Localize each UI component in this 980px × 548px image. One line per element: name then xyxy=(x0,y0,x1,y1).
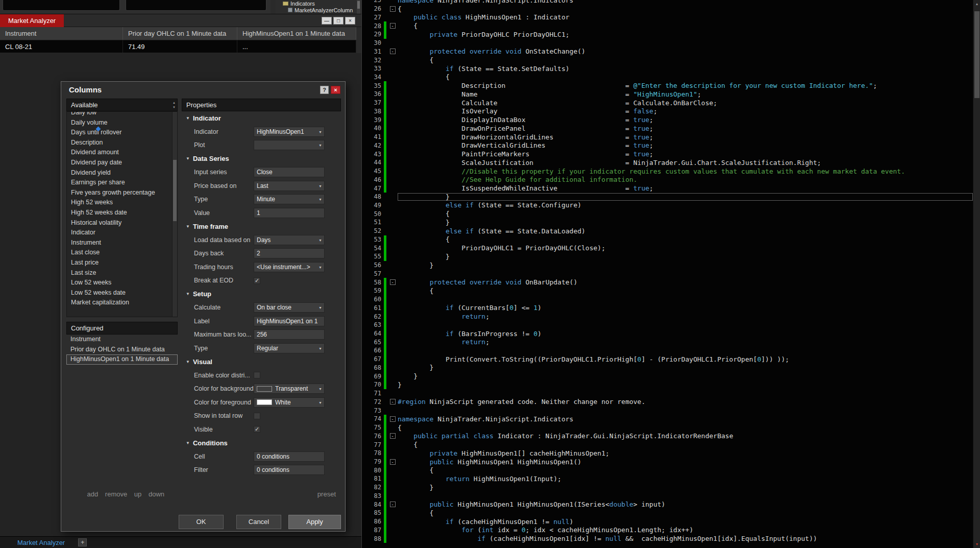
available-list-item[interactable]: Dividend amount xyxy=(67,148,177,158)
code-line[interactable]: 56 } xyxy=(362,261,973,270)
property-dropdown[interactable]: Regular▼ xyxy=(254,343,325,353)
preset-link[interactable]: preset xyxy=(317,490,336,498)
code-line[interactable]: 64 if (BarsInProgress != 0) xyxy=(362,329,973,338)
property-section-header[interactable]: ▼Indicator xyxy=(182,111,341,125)
table-column-header[interactable]: HighMinusOpen1 on 1 Minute data xyxy=(237,27,356,40)
code-line[interactable]: 37 Calculate = Calculate.OnBarClose; xyxy=(362,99,973,107)
code-line[interactable]: 40 DrawOnPricePanel = true; xyxy=(362,124,973,133)
fold-marker-icon[interactable]: - xyxy=(390,279,396,285)
scrollbar-thumb[interactable] xyxy=(357,1,360,9)
spinner-up-icon[interactable]: ▲ xyxy=(173,101,176,105)
property-checkbox[interactable]: ✓ xyxy=(254,426,260,433)
code-line[interactable]: 30 xyxy=(362,39,973,47)
code-line[interactable]: 71 xyxy=(362,389,973,398)
available-list-item[interactable]: Low 52 weeks date xyxy=(67,288,177,298)
down-link[interactable]: down xyxy=(149,490,164,498)
spinner-down-icon[interactable]: ▼ xyxy=(173,105,176,110)
code-line[interactable]: 47 IsSuspendedWhileInactive = true; xyxy=(362,184,973,193)
configured-list-item[interactable]: HighMinusOpen1 on 1 Minute data xyxy=(66,354,178,365)
code-line[interactable]: 82 } xyxy=(362,483,973,492)
available-list-item[interactable]: Description xyxy=(67,138,177,148)
code-line[interactable]: 74-namespace NinjaTrader.NinjaScript.Ind… xyxy=(362,415,973,423)
property-section-header[interactable]: ▼Time frame xyxy=(182,220,341,233)
property-field[interactable]: HighMinusOpen1 on 1 xyxy=(254,316,325,326)
table-column-header[interactable]: Instrument xyxy=(0,27,123,40)
code-line[interactable]: 49 else if (State == State.Configure) xyxy=(362,201,973,210)
fold-marker-icon[interactable]: - xyxy=(390,49,396,54)
code-line[interactable]: 41 DrawHorizontalGridLines = true; xyxy=(362,133,973,141)
fold-marker-icon[interactable]: - xyxy=(390,416,396,422)
code-line[interactable]: 44 ScaleJustification = NinjaTrader.Gui.… xyxy=(362,158,973,167)
available-list-item[interactable]: Dividend pay date xyxy=(67,158,177,168)
code-line[interactable]: 55 } xyxy=(362,252,973,261)
code-line[interactable]: 69 } xyxy=(362,372,973,380)
code-line[interactable]: 79- public HighMinusOpen1 HighMinusOpen1… xyxy=(362,458,973,466)
code-line[interactable]: 42 DrawVerticalGridLines = true; xyxy=(362,141,973,150)
property-checkbox[interactable]: ✓ xyxy=(254,277,260,284)
code-line[interactable]: 67 Print(Convert.ToString((PriorDayOHLC1… xyxy=(362,355,973,364)
code-line[interactable]: 85 { xyxy=(362,509,973,517)
code-line[interactable]: 38 IsOverlay = false; xyxy=(362,107,973,116)
code-line[interactable]: 81 return HighMinusOpen1(Input); xyxy=(362,474,973,483)
property-field[interactable]: 0 conditions xyxy=(254,451,325,462)
available-list-item[interactable]: High 52 weeks date xyxy=(67,208,177,218)
fold-marker-icon[interactable]: - xyxy=(390,502,396,507)
table-row[interactable]: CL 08-2171.49... xyxy=(0,40,356,53)
available-scroll-stepper[interactable]: ▲ ▼ xyxy=(173,101,176,110)
ok-button[interactable]: OK xyxy=(179,515,224,529)
code-line[interactable]: 68 } xyxy=(362,364,973,372)
property-field[interactable]: Close xyxy=(254,167,325,177)
available-list-item[interactable]: Days until rollover xyxy=(67,128,177,138)
available-list-item[interactable]: Last price xyxy=(67,258,177,268)
available-list-item[interactable]: Daily volume xyxy=(67,118,177,128)
property-section-header[interactable]: ▼Visual xyxy=(182,355,341,369)
code-line[interactable]: 70} xyxy=(362,380,973,389)
code-line[interactable]: 26-{ xyxy=(362,5,973,13)
code-line[interactable]: 52 else if (State == State.DataLoaded) xyxy=(362,227,973,235)
editor-scrollbar[interactable]: ▲ ▼ xyxy=(973,0,980,548)
code-line[interactable]: 50 { xyxy=(362,209,973,218)
available-list-item[interactable]: Last size xyxy=(67,268,177,278)
code-line[interactable]: 65 return; xyxy=(362,338,973,346)
code-line[interactable]: 46 //See Help Guide for additional infor… xyxy=(362,175,973,184)
code-line[interactable]: 72-#region NinjaScript generated code. N… xyxy=(362,398,973,407)
property-dropdown[interactable]: Last▼ xyxy=(254,181,325,191)
help-button[interactable]: ? xyxy=(320,86,329,94)
code-line[interactable]: 31- protected override void OnStateChang… xyxy=(362,47,973,56)
property-dropdown[interactable]: Days▼ xyxy=(254,235,325,245)
code-line[interactable]: 58- protected override void OnBarUpdate(… xyxy=(362,278,973,287)
property-dropdown[interactable]: On bar close▼ xyxy=(254,302,325,313)
code-line[interactable]: 33 if (State == State.SetDefaults) xyxy=(362,64,973,73)
code-line[interactable]: 57 xyxy=(362,270,973,278)
code-line[interactable]: 78 private HighMinusOpen1[] cacheHighMin… xyxy=(362,449,973,458)
code-line[interactable]: 53 { xyxy=(362,235,973,244)
code-line[interactable]: 45 //Disable this property if your indic… xyxy=(362,167,973,176)
code-line[interactable]: 51 } xyxy=(362,218,973,227)
property-field[interactable]: 1 xyxy=(254,208,325,218)
workspace-tab-market-analyzer[interactable]: Market Analyzer xyxy=(17,539,65,546)
code-line[interactable]: 73 xyxy=(362,406,973,415)
available-list-item[interactable]: Earnings per share xyxy=(67,178,177,188)
tree-scrollbar[interactable] xyxy=(357,0,360,14)
available-list[interactable]: Daily lowDaily volumeDays until rollover… xyxy=(66,111,178,317)
property-field[interactable]: 0 conditions xyxy=(254,465,325,475)
code-line[interactable]: 54 PriorDayOHLC1 = PriorDayOHLC(Close); xyxy=(362,244,973,252)
code-line[interactable]: 76- public partial class Indicator : Nin… xyxy=(362,432,973,440)
code-line[interactable]: 75{ xyxy=(362,423,973,432)
property-dropdown[interactable]: White▼ xyxy=(254,397,325,408)
property-dropdown[interactable]: HighMinusOpen1▼ xyxy=(254,127,325,137)
code-line[interactable]: 87 for (int idx = 0; idx < cacheHighMinu… xyxy=(362,526,973,535)
table-column-header[interactable]: Prior day OHLC on 1 Minute data xyxy=(123,27,237,40)
property-dropdown[interactable]: <Use instrument...>▼ xyxy=(254,262,325,272)
code-line[interactable]: 63 xyxy=(362,321,973,329)
available-list-item[interactable]: Low 52 weeks xyxy=(67,278,177,288)
remove-link[interactable]: remove xyxy=(105,490,127,498)
available-list-item[interactable]: Instrument xyxy=(67,238,177,248)
property-dropdown[interactable]: Transparent▼ xyxy=(254,384,325,394)
code-line[interactable]: 60 xyxy=(362,295,973,304)
fold-marker-icon[interactable]: - xyxy=(390,433,396,439)
code-line[interactable]: 25namespace NinjaTrader.NinjaScript.Indi… xyxy=(362,0,973,5)
code-line[interactable]: 39 DisplayInDataBox = true; xyxy=(362,115,973,124)
apply-button[interactable]: Apply xyxy=(288,515,341,529)
add-link[interactable]: add xyxy=(87,490,99,498)
